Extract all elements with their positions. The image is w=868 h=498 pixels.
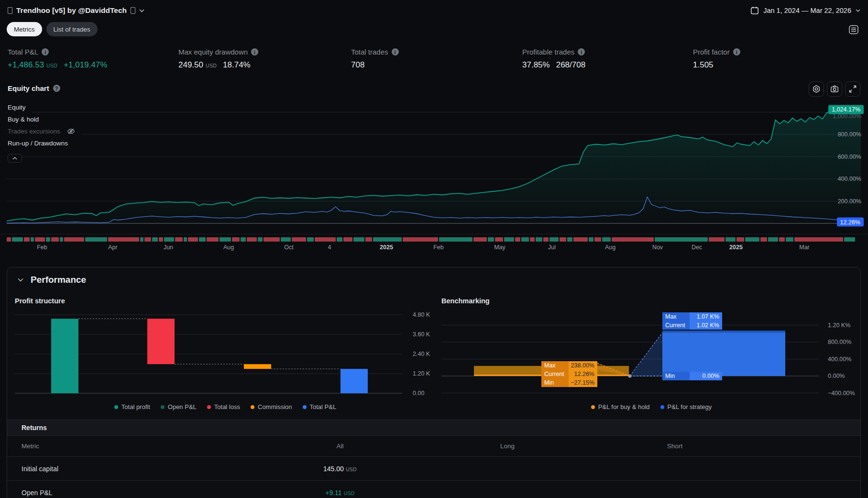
- x-axis-label: Nov: [652, 244, 663, 251]
- bar-total-p-l[interactable]: [341, 369, 368, 393]
- winning-trade-marker: [589, 237, 593, 242]
- legend-item-p-l-for-buy-hold[interactable]: P&L for buy & hold: [591, 403, 650, 410]
- eye-off-icon[interactable]: [67, 128, 75, 135]
- winning-trade-marker: [567, 237, 573, 242]
- x-axis-label: 2025: [729, 244, 743, 251]
- legend-item-trades-excursions[interactable]: Trades excursions: [8, 125, 81, 137]
- chevron-down-icon[interactable]: [139, 9, 144, 12]
- winning-trade-marker: [655, 237, 708, 242]
- winning-trade-marker: [199, 237, 206, 242]
- bar-total-profit[interactable]: [51, 319, 78, 393]
- losing-trade-marker: [159, 237, 163, 242]
- date-range-picker[interactable]: Jan 1, 2024 — Mar 22, 2026: [750, 6, 860, 15]
- strategy-title[interactable]: Trendhoo [v5] by @DaviddTech: [8, 6, 144, 15]
- legend-dot: [114, 405, 118, 409]
- svg-text:0.00%: 0.00%: [703, 373, 719, 379]
- table-row-initial-capital[interactable]: Initial capital 145.00USD: [7, 457, 860, 481]
- returns-table-header: Metric All Long Short: [7, 436, 860, 457]
- winning-trade-marker: [220, 237, 231, 242]
- x-axis-label: May: [494, 244, 505, 251]
- metric-label: Total P&Li: [8, 48, 107, 56]
- tab-list-of-trades[interactable]: List of trades: [46, 22, 98, 36]
- tab-metrics[interactable]: Metrics: [7, 22, 42, 36]
- header: Trendhoo [v5] by @DaviddTech Jan 1, 2024…: [8, 4, 860, 17]
- legend-item-commission[interactable]: Commission: [251, 403, 292, 410]
- losing-trade-marker: [24, 237, 30, 242]
- x-axis-label: Apr: [108, 244, 117, 251]
- table-row-open-pnl[interactable]: Open P&L +9.11USD: [7, 481, 860, 498]
- x-axis-label: Aug: [605, 244, 615, 251]
- winning-trade-marker: [725, 237, 736, 242]
- winning-trade-marker: [60, 237, 63, 242]
- returns-section-header[interactable]: Returns: [7, 420, 860, 436]
- legend-item-open-p-l[interactable]: Open P&L: [161, 403, 197, 410]
- profit-structure-chart[interactable]: 4.80 K 3.60 K 2.40 K 1.20 K 0.00: [15, 310, 436, 401]
- losing-trade-marker: [365, 237, 372, 242]
- layout-options-button[interactable]: [847, 23, 860, 36]
- losing-trade-marker: [51, 237, 59, 242]
- legend-item-equity[interactable]: Equity: [8, 101, 32, 113]
- svg-text:1.20 K%: 1.20 K%: [828, 322, 850, 329]
- svg-text:Max: Max: [544, 362, 556, 369]
- legend-item-buy-hold[interactable]: Buy & hold: [8, 113, 44, 125]
- legend-item-run-up-drawdowns[interactable]: Run-up / Drawdowns: [8, 137, 74, 149]
- x-axis-label: Aug: [223, 244, 234, 251]
- legend-item-total-p-l[interactable]: Total P&L: [303, 403, 337, 410]
- info-icon[interactable]: i: [578, 48, 585, 55]
- chart-settings-button[interactable]: [809, 81, 824, 97]
- rows-layout-icon: [848, 24, 859, 35]
- buyhold-current-badge: 12.26%: [837, 218, 864, 227]
- winning-trade-marker: [745, 237, 759, 242]
- camera-icon: [830, 85, 839, 93]
- benchmarking-chart[interactable]: 1.20 K% 800.00% 400.00% 0.00% −400.00% M…: [441, 300, 861, 401]
- performance-header[interactable]: Performance: [18, 275, 86, 285]
- x-axis-label: 2025: [380, 244, 393, 251]
- losing-trade-marker: [108, 237, 139, 242]
- losing-trade-marker: [292, 237, 306, 242]
- col-short: Short: [591, 443, 758, 450]
- info-icon[interactable]: i: [392, 48, 399, 55]
- metric-label: Profit factori: [693, 48, 740, 56]
- row-all-value: +9.11USD: [325, 489, 354, 497]
- collapse-chart-button[interactable]: [8, 154, 22, 163]
- svg-text:1.07 K%: 1.07 K%: [697, 313, 719, 320]
- value-label-current: Current 12.26%: [541, 370, 597, 378]
- chart-snapshot-button[interactable]: [827, 81, 842, 97]
- winning-trade-marker: [602, 237, 611, 242]
- metric-value: 708: [351, 60, 399, 70]
- info-icon[interactable]: i: [251, 48, 258, 55]
- equity-area-fill: [7, 108, 861, 223]
- y-axis-label: 200.00%: [838, 198, 861, 205]
- svg-text:−27.15%: −27.15%: [571, 379, 594, 386]
- winning-trade-marker: [768, 237, 778, 242]
- losing-trade-marker: [175, 237, 183, 242]
- chevron-down-icon: [856, 9, 860, 12]
- equity-chart-plot[interactable]: [7, 101, 862, 227]
- bar-strategy[interactable]: [662, 333, 785, 376]
- chart-fullscreen-button[interactable]: [845, 81, 860, 97]
- metric-value: 249.50USD18.74%: [178, 60, 258, 70]
- benchmarking-legend: P&L for buy & holdP&L for strategy: [441, 403, 861, 410]
- bar-total-loss[interactable]: [147, 319, 175, 364]
- losing-trade-marker: [64, 237, 84, 242]
- help-icon[interactable]: ?: [53, 85, 60, 92]
- legend-item-total-loss[interactable]: Total loss: [207, 403, 240, 410]
- info-icon[interactable]: i: [733, 48, 740, 55]
- losing-trade-marker: [543, 237, 549, 242]
- legend-item-total-profit[interactable]: Total profit: [114, 403, 150, 410]
- col-long: Long: [424, 443, 591, 450]
- svg-text:1.20 K: 1.20 K: [413, 370, 430, 377]
- losing-trade-marker: [612, 237, 654, 242]
- bar-commission[interactable]: [244, 364, 271, 369]
- info-icon[interactable]: i: [42, 48, 49, 55]
- winning-trade-marker: [786, 237, 793, 242]
- losing-trade-marker: [779, 237, 785, 242]
- losing-trade-marker: [144, 237, 151, 242]
- value-label-min: Min 0.00%: [662, 372, 722, 380]
- metric-label: Total tradesi: [351, 48, 399, 56]
- winning-trade-marker: [12, 237, 23, 242]
- value-label-min: Min −27.15%: [541, 378, 597, 387]
- legend-item-p-l-for-strategy[interactable]: P&L for strategy: [660, 403, 712, 410]
- losing-trade-marker: [760, 237, 767, 242]
- svg-text:800.00%: 800.00%: [828, 339, 851, 345]
